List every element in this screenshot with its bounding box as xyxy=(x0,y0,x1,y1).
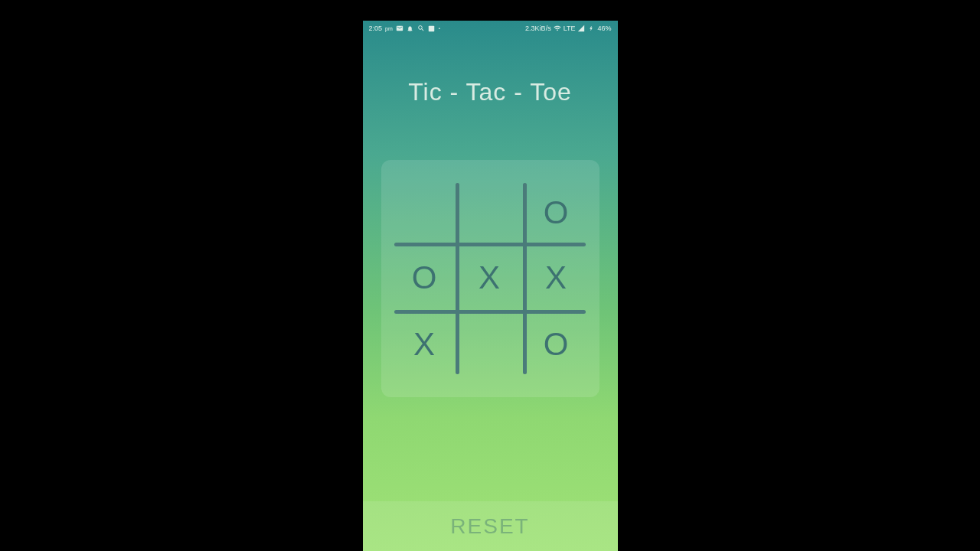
dot-icon: • xyxy=(439,26,440,31)
board-container: O O X X X O xyxy=(381,160,599,397)
status-time-period: pm xyxy=(385,26,393,31)
status-bar-left: 2:05 pm • xyxy=(369,24,440,32)
data-rate: 2.3KiB/s xyxy=(525,24,551,32)
network-label: LTE xyxy=(564,24,576,32)
phone-screen: 2:05 pm • 2.3KiB/s LTE xyxy=(363,21,618,551)
status-bar-right: 2.3KiB/s LTE 46% xyxy=(525,24,611,32)
grid-line-horizontal-1 xyxy=(394,243,586,246)
board-cell-0[interactable] xyxy=(394,183,454,243)
game-board: O O X X X O xyxy=(394,183,586,374)
battery-level: 46% xyxy=(597,24,611,32)
status-time: 2:05 xyxy=(369,24,383,32)
reset-button[interactable]: RESET xyxy=(363,501,618,551)
mail-icon xyxy=(396,24,403,32)
notification-icon xyxy=(407,24,414,32)
board-cell-1[interactable] xyxy=(459,183,519,243)
game-title: Tic - Tac - Toe xyxy=(363,78,618,106)
board-cell-8[interactable]: O xyxy=(526,315,586,374)
board-cell-2[interactable]: O xyxy=(526,183,586,243)
linkedin-icon xyxy=(428,24,436,32)
charging-icon xyxy=(587,24,595,32)
board-cell-3[interactable]: O xyxy=(394,248,454,308)
svg-rect-0 xyxy=(429,25,435,31)
signal-icon xyxy=(577,24,585,32)
board-cell-5[interactable]: X xyxy=(526,248,586,308)
board-cell-7[interactable] xyxy=(459,315,519,374)
search-icon xyxy=(417,24,425,32)
board-cell-6[interactable]: X xyxy=(394,315,454,374)
wifi-icon xyxy=(554,24,561,32)
status-bar: 2:05 pm • 2.3KiB/s LTE xyxy=(363,21,618,36)
board-cell-4[interactable]: X xyxy=(459,248,519,308)
grid-line-horizontal-2 xyxy=(394,310,586,314)
